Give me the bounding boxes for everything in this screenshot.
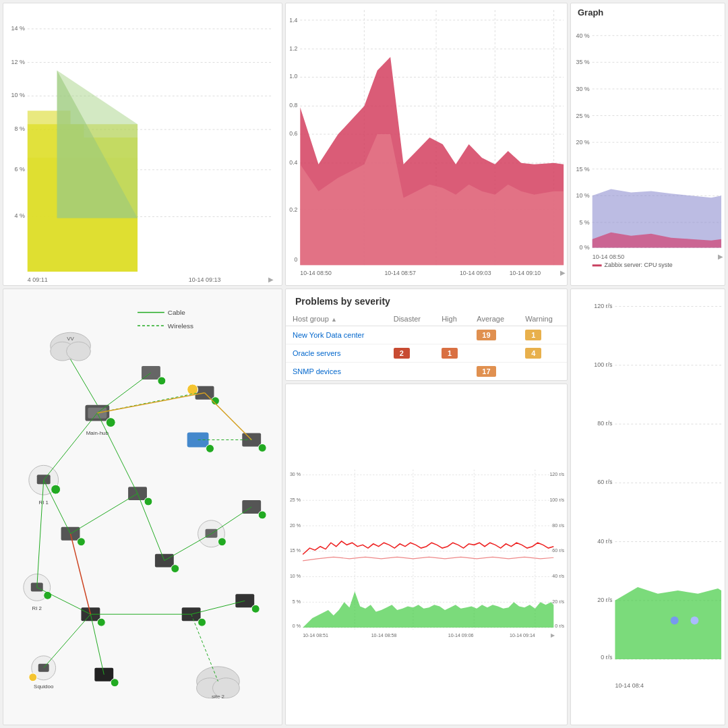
svg-text:10-14 09:14: 10-14 09:14 [510, 633, 535, 638]
panel-bottom-chart: 30 % 25 % 20 % 15 % 10 % 5 % 0 % 120 r/s… [285, 384, 568, 725]
svg-text:4 %: 4 % [14, 212, 24, 219]
svg-text:0.4: 0.4 [289, 159, 297, 166]
col-host-group[interactable]: Host group ▲ [286, 312, 387, 326]
svg-text:30 %: 30 % [290, 472, 301, 477]
svg-text:14 %: 14 % [11, 25, 24, 32]
col-high[interactable]: High [435, 312, 470, 326]
svg-line-141 [44, 614, 91, 668]
svg-text:10-14 08:50: 10-14 08:50 [593, 253, 625, 260]
table-row: New York Data center 19 1 [286, 326, 567, 344]
svg-text:▶: ▶ [560, 269, 566, 276]
svg-text:10 %: 10 % [11, 92, 24, 98]
host-link-ny[interactable]: New York Data center [293, 331, 364, 339]
svg-point-83 [158, 377, 166, 385]
panel-problems: Problems by severity Host group ▲ Disast… [285, 289, 568, 381]
svg-line-138 [37, 587, 91, 614]
svg-point-112 [171, 565, 179, 573]
panel-top-mid: 1.4 1.2 1.0 0.8 0.6 0.4 0.2 0 [285, 3, 568, 286]
cell-snmp-warning [518, 363, 567, 381]
problems-table: Host group ▲ Disaster High Average Warni… [286, 312, 567, 380]
chart-right-partial: 120 r/s 100 r/s 80 r/s 60 r/s 40 r/s 20 … [571, 289, 725, 725]
table-row: SNMP devices 17 [286, 363, 567, 381]
svg-text:0.2: 0.2 [289, 206, 297, 212]
svg-point-119 [198, 618, 206, 626]
col-disaster[interactable]: Disaster [387, 312, 435, 326]
svg-text:0 r/s: 0 r/s [555, 624, 564, 629]
svg-text:RI 2: RI 2 [32, 605, 42, 611]
panel-top-left: 14 % 12 % 10 % 8 % 6 % 4 % 4 09:11 [3, 3, 282, 286]
panel-bottom-right: 120 r/s 100 r/s 80 r/s 60 r/s 40 r/s 20 … [570, 289, 725, 725]
svg-text:Cable: Cable [168, 309, 185, 316]
svg-text:10-14 09:06: 10-14 09:06 [448, 633, 474, 638]
svg-text:10 %: 10 % [576, 192, 589, 199]
svg-text:15 %: 15 % [576, 166, 589, 173]
host-link-oracle[interactable]: Oracle servers [293, 349, 341, 357]
badge-snmp-average[interactable]: 17 [477, 366, 495, 377]
cell-ny-warning: 1 [518, 326, 567, 344]
cell-snmp-disaster [387, 363, 435, 381]
svg-text:120 r/s: 120 r/s [549, 472, 564, 477]
col-average[interactable]: Average [470, 312, 518, 326]
svg-line-136 [164, 534, 212, 561]
svg-text:40 %: 40 % [576, 32, 589, 39]
svg-text:20 %: 20 % [290, 523, 301, 528]
svg-text:8 %: 8 % [14, 125, 24, 132]
svg-point-88 [206, 444, 214, 452]
svg-text:12 %: 12 % [11, 59, 24, 65]
svg-text:10-14 09:03: 10-14 09:03 [460, 270, 491, 276]
svg-text:RI 1: RI 1 [38, 499, 49, 506]
svg-text:4 09:11: 4 09:11 [28, 276, 48, 283]
svg-text:10-14 08:57: 10-14 08:57 [384, 270, 416, 276]
svg-text:0 %: 0 % [293, 624, 301, 629]
panel-top-right: Graph 40 % 35 % 30 % 25 % 20 % 15 % 10 %… [570, 3, 725, 286]
svg-text:15 %: 15 % [290, 548, 301, 553]
problems-title: Problems by severity [286, 289, 567, 312]
svg-text:100 r/s: 100 r/s [594, 361, 613, 368]
svg-text:20 %: 20 % [576, 139, 589, 146]
cell-oracle-high: 1 [435, 344, 470, 363]
svg-text:10-14 08:51: 10-14 08:51 [303, 633, 328, 638]
chart-dual-axis: 30 % 25 % 20 % 15 % 10 % 5 % 0 % 120 r/s… [286, 384, 567, 725]
svg-text:0: 0 [295, 256, 298, 263]
svg-text:10 %: 10 % [290, 574, 301, 579]
svg-text:20 r/s: 20 r/s [552, 599, 564, 605]
svg-point-96 [77, 538, 85, 546]
svg-text:10-14 08:4: 10-14 08:4 [615, 682, 644, 689]
svg-rect-68 [593, 264, 602, 266]
svg-text:VV: VV [67, 336, 74, 342]
col-warning[interactable]: Warning [518, 312, 567, 326]
badge-ny-average[interactable]: 19 [477, 330, 495, 340]
svg-text:30 %: 30 % [576, 86, 589, 92]
cell-snmp-average: 17 [470, 363, 518, 381]
svg-text:1.0: 1.0 [289, 73, 297, 80]
table-row: Oracle servers 2 1 4 [286, 344, 567, 363]
svg-text:120 r/s: 120 r/s [594, 303, 613, 309]
svg-text:5 %: 5 % [579, 219, 589, 226]
network-map-svg: Cable Wireless VV Main-hub [3, 289, 282, 725]
svg-text:10-14 08:58: 10-14 08:58 [371, 633, 397, 638]
svg-point-115 [218, 538, 226, 546]
cell-oracle-warning: 4 [518, 344, 567, 363]
svg-text:0.6: 0.6 [289, 130, 297, 137]
svg-text:80 r/s: 80 r/s [552, 523, 564, 528]
svg-point-194 [690, 617, 698, 625]
svg-line-129 [44, 413, 98, 481]
svg-text:40 r/s: 40 r/s [597, 538, 613, 545]
svg-marker-16 [57, 71, 138, 218]
svg-text:10-14 08:50: 10-14 08:50 [300, 270, 332, 276]
svg-text:site 2: site 2 [212, 694, 225, 700]
svg-line-134 [71, 493, 138, 534]
badge-oracle-high[interactable]: 1 [442, 348, 458, 359]
host-link-snmp[interactable]: SNMP devices [293, 367, 341, 375]
svg-line-130 [97, 413, 138, 493]
svg-text:1.2: 1.2 [289, 45, 297, 52]
svg-text:5 %: 5 % [293, 599, 301, 605]
svg-point-102 [97, 618, 105, 626]
cell-oracle-disaster: 2 [387, 344, 435, 363]
badge-oracle-warning[interactable]: 4 [525, 348, 541, 359]
badge-oracle-disaster[interactable]: 2 [394, 348, 410, 359]
svg-point-193 [671, 617, 679, 625]
cell-snmp-high [435, 363, 470, 381]
cell-oracle-average [470, 344, 518, 363]
badge-ny-warning[interactable]: 1 [525, 330, 541, 340]
